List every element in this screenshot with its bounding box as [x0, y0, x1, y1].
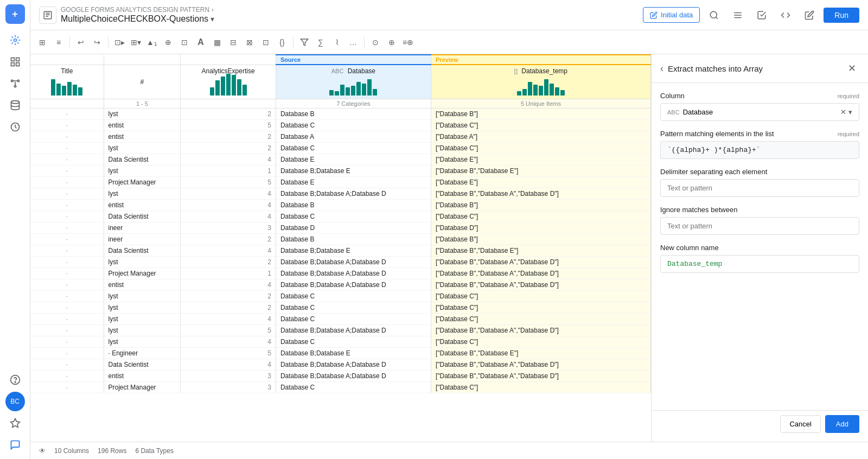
column-clear-icon[interactable]: ✕ [840, 108, 846, 116]
toolbar-settings-btn[interactable]: ≡⊕ [400, 34, 416, 50]
page-title: MultipleChoiceCHECKBOX-Questions ▾ [61, 14, 214, 24]
file-icon [39, 7, 56, 24]
panel-close-button[interactable]: ✕ [844, 61, 859, 76]
run-button[interactable]: Run [824, 8, 859, 23]
ignore-input[interactable] [660, 217, 859, 235]
table-row: ·entist5Database C["Database C"] [30, 120, 651, 131]
sidebar-item-data[interactable] [5, 95, 25, 115]
panel-back-button[interactable]: ‹ [660, 63, 663, 74]
table-row: ·Data Scientist4Database E["Database E"] [30, 154, 651, 165]
toolbar-grid-btn[interactable]: ⊞ [35, 34, 50, 50]
row-preview: ["Database B","Database E"] [431, 165, 650, 177]
row-dot: · [30, 131, 104, 143]
sidebar-item-help[interactable] [5, 370, 25, 390]
table-row: ·Data Scientist4Database C["Database C"] [30, 211, 651, 222]
column-select[interactable]: ABC Database ✕ ▾ [660, 103, 859, 121]
toolbar-move-btn[interactable]: ⊕ [161, 34, 176, 50]
toolbar-split-btn[interactable]: ⊠ [242, 34, 257, 50]
sidebar-item-transform[interactable] [5, 30, 25, 50]
row-preview: ["Database E"] [431, 154, 650, 165]
row-title: Project Manager [104, 382, 181, 393]
toolbar-redo-btn[interactable]: ↪ [90, 34, 105, 50]
breadcrumb: GOOGLE FORMS ANALYTICS DESIGN PATTERN › [61, 6, 214, 14]
table-row: ·ineer3Database D["Database D"] [30, 222, 651, 234]
toolbar-sigma-btn[interactable]: ∑ [313, 34, 328, 50]
main-content: GOOGLE FORMS ANALYTICS DESIGN PATTERN › … [30, 0, 868, 459]
data-table: Source Preview Title [30, 54, 651, 393]
list-button[interactable] [728, 5, 748, 25]
col-number[interactable]: # [104, 65, 181, 99]
row-title: lyst [104, 165, 181, 177]
edit-button[interactable] [800, 5, 819, 25]
sidebar-item-plugin[interactable] [5, 413, 25, 433]
toolbar-merge-btn[interactable]: ⊟ [226, 34, 241, 50]
sidebar-item-grid[interactable] [5, 52, 25, 72]
status-bar: 👁 10 Columns 196 Rows 6 Data Types [30, 442, 868, 459]
toolbar-filter-btn[interactable] [297, 34, 312, 50]
row-database: Database B;Database A;Database D [276, 257, 431, 268]
toolbar-font-btn[interactable]: A [193, 34, 208, 50]
toolbar-col-btn[interactable]: ⊕ [384, 34, 399, 50]
steps-button[interactable] [752, 5, 771, 25]
columns-count: 10 Columns [54, 447, 89, 455]
top-header: GOOGLE FORMS ANALYTICS DESIGN PATTERN › … [30, 0, 868, 30]
toolbar-table-btn[interactable]: ▦ [209, 34, 225, 50]
row-database: Database C [276, 143, 431, 154]
toolbar-sort-btn[interactable]: ▲₁ [144, 34, 159, 50]
sidebar-item-schedule[interactable] [5, 117, 25, 137]
delimiter-input[interactable] [660, 179, 859, 197]
sidebar-item-flow[interactable] [5, 74, 25, 93]
toolbar-more-btn[interactable]: … [346, 34, 361, 50]
app-logo[interactable]: + [5, 4, 25, 24]
row-dot: · [30, 336, 104, 348]
toolbar-stats-btn[interactable]: ⌇ [329, 34, 344, 50]
toolbar-undo-btn[interactable]: ↩ [73, 34, 88, 50]
row-title: Data Scientist [104, 245, 181, 257]
newcol-input[interactable] [660, 255, 859, 273]
preview-section-label: Preview [431, 55, 650, 65]
user-avatar[interactable]: BC [5, 392, 25, 411]
row-title: entist [104, 200, 181, 211]
toolbar-transform-btn[interactable]: ⊞▾ [128, 34, 143, 50]
section-blank-1 [30, 55, 104, 65]
row-dot: · [30, 165, 104, 177]
row-dot: · [30, 234, 104, 245]
row-database: Database B;Database A;Database D [276, 325, 431, 336]
toolbar-pivot-btn[interactable]: ⊡ [258, 34, 273, 50]
ignore-field-group: Ignore matches between [660, 206, 859, 235]
toolbar-copy-btn[interactable]: ⊡▸ [112, 34, 127, 50]
search-button[interactable] [704, 5, 724, 25]
initial-data-button[interactable]: Initial data [643, 7, 700, 23]
toolbar-view-btn[interactable]: ⊙ [368, 34, 383, 50]
row-database: Database C [276, 314, 431, 325]
stats-number: 1 - 5 [104, 99, 181, 109]
cancel-button[interactable]: Cancel [780, 415, 820, 433]
row-preview: ["Database C"] [431, 120, 650, 131]
row-database: Database B;Database E [276, 348, 431, 359]
pattern-input[interactable] [660, 141, 859, 159]
row-num: 1 [181, 165, 276, 177]
section-label-row: Source Preview [30, 55, 651, 65]
add-button[interactable]: Add [825, 415, 859, 433]
sidebar-item-chat[interactable] [5, 435, 25, 455]
code-button[interactable] [776, 5, 795, 25]
toolbar-json-btn[interactable]: {} [275, 34, 290, 50]
row-title: Project Manager [104, 268, 181, 279]
search-icon [709, 10, 719, 20]
row-dot: · [30, 222, 104, 234]
col-database[interactable]: ABC Database [276, 65, 431, 99]
data-grid[interactable]: Source Preview Title [30, 54, 651, 442]
row-database: Database B;Database A;Database D [276, 188, 431, 200]
col-database-temp[interactable]: [] Database_temp [431, 65, 650, 99]
toolbar-list-btn[interactable]: ≡ [51, 34, 66, 50]
edit-icon [805, 10, 814, 20]
row-title: Data Scientist [104, 359, 181, 371]
row-num: 4 [181, 211, 276, 222]
column-dropdown-icon[interactable]: ▾ [848, 108, 852, 116]
col-analytics[interactable]: AnalyticsExpertise [181, 65, 276, 99]
toolbar-extract-btn[interactable]: ⊡ [177, 34, 192, 50]
title-dropdown-icon[interactable]: ▾ [210, 15, 214, 23]
code-icon [781, 10, 790, 20]
col-title[interactable]: Title [30, 65, 104, 99]
list-icon [733, 10, 743, 20]
